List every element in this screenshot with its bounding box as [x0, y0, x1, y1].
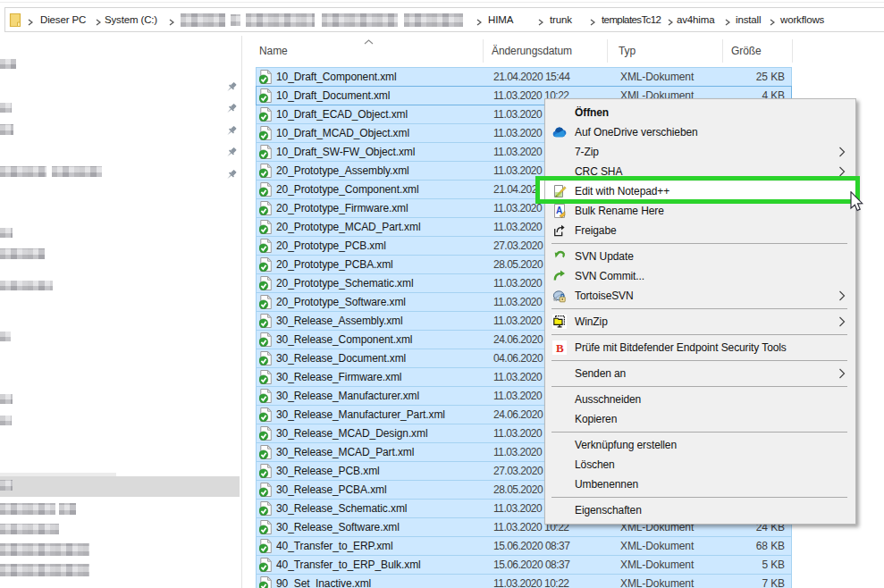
- svg-text:B: B: [556, 341, 564, 355]
- svg-text:A: A: [556, 206, 562, 215]
